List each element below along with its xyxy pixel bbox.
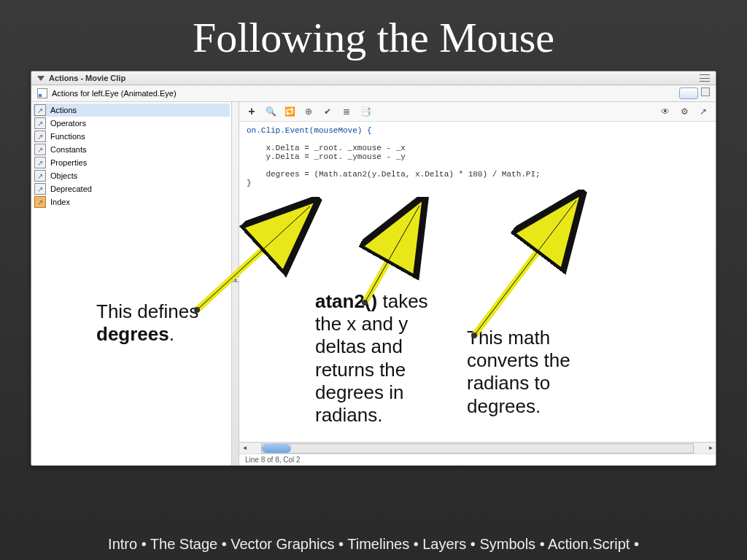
book-icon: ↗ <box>34 131 46 142</box>
script-doc-icon <box>37 88 47 98</box>
code-line: on.Clip.Event(mouseMove) { <box>247 126 372 135</box>
view-options-icon[interactable]: 👁 <box>659 105 672 118</box>
scroll-left-icon[interactable]: ◂ <box>239 443 249 454</box>
script-toolbar: + 🔍 🔁 ⊕ ✔ ≣ 📑 👁 ⚙ ↗ <box>239 102 716 122</box>
book-icon: ↗ <box>34 183 46 195</box>
index-icon: ↗ <box>34 196 46 208</box>
reference-icon[interactable]: 📑 <box>359 105 372 118</box>
code-line: x.Delta = _root. _xmouse - _x <box>247 144 406 152</box>
annotation-convert: This math converts the radians to degree… <box>467 327 605 418</box>
category-properties[interactable]: ↗ Properties <box>33 156 230 169</box>
category-constants[interactable]: ↗ Constants <box>33 143 230 156</box>
category-label: Properties <box>50 158 87 167</box>
panel-title: Actions - Movie Clip <box>49 74 125 82</box>
replace-icon[interactable]: 🔁 <box>283 105 296 118</box>
annotation-atan2: atan2() takes the x and y deltas and ret… <box>315 290 439 427</box>
category-label: Operators <box>50 119 86 128</box>
category-label: Objects <box>50 171 77 180</box>
book-icon: ↗ <box>34 117 46 129</box>
category-functions[interactable]: ↗ Functions <box>33 130 230 143</box>
horizontal-scrollbar[interactable]: ◂ ▸ <box>239 442 716 454</box>
panel-title-bar[interactable]: Actions - Movie Clip <box>31 71 716 85</box>
pin-script-icon[interactable] <box>701 88 710 96</box>
add-action-button[interactable]: + <box>245 105 258 118</box>
category-label: Deprecated <box>50 184 92 193</box>
check-syntax-icon[interactable]: ✔ <box>321 105 334 118</box>
footer-breadcrumb: Intro • The Stage • Vector Graphics • Ti… <box>0 536 747 553</box>
category-list: ↗ Actions ↗ Operators ↗ Functions ↗ Cons… <box>31 102 231 465</box>
slide-title: Following the Mouse <box>0 0 747 71</box>
code-line: y.Delta = _root. _ymouse - _y <box>247 152 406 161</box>
category-objects[interactable]: ↗ Objects <box>33 169 230 182</box>
scroll-thumb[interactable] <box>262 444 291 453</box>
category-label: Constants <box>50 145 87 154</box>
book-icon: ↗ <box>34 170 46 182</box>
category-index[interactable]: ↗ Index <box>33 195 230 209</box>
script-target-label: Actions for left.Eye (Animated.Eye) <box>52 89 177 98</box>
category-operators[interactable]: ↗ Operators <box>33 117 230 130</box>
code-line: degrees = (Math.atan2(y.Delta, x.Delta) … <box>247 170 541 179</box>
panel-splitter[interactable]: ◂ <box>231 102 239 465</box>
debug-options-icon[interactable]: ⚙ <box>678 105 691 118</box>
panel-subheader-bar: Actions for left.Eye (Animated.Eye) <box>31 85 716 102</box>
expert-mode-icon[interactable]: ↗ <box>697 105 710 118</box>
collapse-triangle-icon[interactable] <box>37 76 44 81</box>
annotation-defines-degrees: This defines degrees. <box>96 300 220 346</box>
panel-menu-icon[interactable] <box>700 74 710 82</box>
auto-format-icon[interactable]: ≣ <box>340 105 353 118</box>
book-icon: ↗ <box>34 144 46 155</box>
find-icon[interactable]: 🔍 <box>264 105 277 118</box>
actions-toolbox: ↗ Actions ↗ Operators ↗ Functions ↗ Cons… <box>31 102 239 465</box>
category-label: Index <box>50 198 70 206</box>
target-dropdown[interactable] <box>679 88 698 99</box>
category-actions[interactable]: ↗ Actions <box>33 104 230 117</box>
scroll-right-icon[interactable]: ▸ <box>705 443 716 454</box>
book-icon: ↗ <box>34 104 46 116</box>
status-bar: Line 8 of 8, Col 2 <box>239 454 716 465</box>
book-icon: ↗ <box>34 157 46 168</box>
category-deprecated[interactable]: ↗ Deprecated <box>33 182 230 195</box>
category-label: Actions <box>50 106 77 114</box>
category-label: Functions <box>50 132 85 141</box>
insert-target-icon[interactable]: ⊕ <box>302 105 315 118</box>
code-line: } <box>247 179 252 187</box>
